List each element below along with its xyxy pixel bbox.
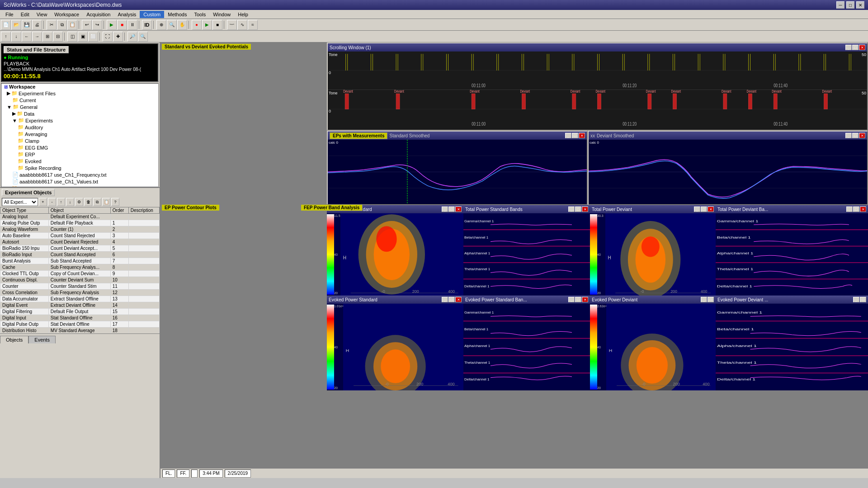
paste-btn[interactable]: 📋	[67, 20, 77, 30]
deviant-close[interactable]: ✕	[859, 133, 865, 138]
tps-min[interactable]: _	[442, 206, 448, 212]
tree-file2[interactable]: 📄aaabbbbb8617 use_Ch1_Values.txt	[1, 178, 158, 185]
table-row[interactable]: Analog Pulse OutpDefault File Playback1	[0, 220, 160, 226]
exp-add[interactable]: +	[39, 198, 47, 206]
ep-maximize[interactable]: □	[572, 133, 578, 138]
menu-file[interactable]: File	[2, 11, 17, 18]
tpd-min[interactable]: _	[694, 206, 700, 212]
tree-spike[interactable]: 📁Spike Recording	[1, 164, 158, 171]
tb2-8[interactable]: ▣	[78, 32, 88, 42]
wave2-btn[interactable]: ∿	[237, 20, 247, 30]
record-btn[interactable]: ●	[192, 20, 202, 30]
exp-paste[interactable]: 📋	[102, 198, 110, 206]
menu-tools[interactable]: Tools	[190, 11, 209, 18]
epd-max[interactable]: □	[708, 297, 714, 302]
table-row[interactable]: Distribution HistoMV Standard Average18	[0, 328, 160, 334]
run-btn[interactable]: ▶	[107, 20, 117, 30]
wave-btn[interactable]: 〰	[227, 20, 237, 30]
table-row[interactable]: Burst AnalysisSub Stand Accepted7	[0, 258, 160, 264]
tb2-4[interactable]: →	[32, 32, 42, 42]
exp-props[interactable]: ⚙	[75, 198, 83, 206]
table-row[interactable]: Continuous Displ.Counter Deviant Sum10	[0, 277, 160, 283]
menu-methods[interactable]: Methods	[164, 11, 190, 18]
cut-btn[interactable]: ✂	[47, 20, 57, 30]
tree-data[interactable]: ▶📁Data	[1, 110, 158, 117]
menu-custom[interactable]: Custom	[140, 11, 164, 18]
tb2-3[interactable]: ←	[22, 32, 32, 42]
table-row[interactable]: Auto BaselineCount Stand Rejected3	[0, 233, 160, 239]
tree-averaging[interactable]: 📁Averaging	[1, 131, 158, 137]
epd-min[interactable]: _	[701, 297, 707, 302]
tree-experiment-files[interactable]: ▶📁Experiment Files	[1, 90, 158, 97]
tb2-13[interactable]: 🔍	[138, 32, 148, 42]
zoom-btn[interactable]: 🔍	[167, 20, 177, 30]
play-btn[interactable]: ▶	[202, 20, 212, 30]
menu-acquisition[interactable]: Acquisition	[83, 11, 114, 18]
deviant-maximize[interactable]: □	[852, 133, 859, 138]
tpdb-max[interactable]: □	[853, 206, 859, 212]
epsb-min[interactable]: _	[568, 297, 575, 302]
tpdb-close[interactable]: ✕	[860, 206, 866, 212]
eps-max[interactable]: □	[448, 297, 455, 302]
col-desc[interactable]: Description	[128, 207, 159, 214]
col-object[interactable]: Object	[48, 207, 110, 214]
tree-eeg-emg[interactable]: 📁EEG EMG	[1, 144, 158, 151]
tpd-max[interactable]: □	[701, 206, 707, 212]
deviant-minimize[interactable]: _	[845, 133, 852, 138]
scrolling-minimize[interactable]: _	[845, 45, 852, 50]
epsb-max[interactable]: □	[575, 297, 581, 302]
tpsb-max[interactable]: □	[575, 206, 581, 212]
exp-up[interactable]: ↑	[57, 198, 65, 206]
tpdb-min[interactable]: _	[846, 206, 853, 212]
minimize-button[interactable]: ─	[836, 1, 844, 9]
file-tree[interactable]: 🖥 Workspace ▶📁Experiment Files 📁Current …	[1, 83, 159, 187]
exp-remove[interactable]: -	[48, 198, 56, 206]
ep-close[interactable]: ✕	[579, 133, 585, 138]
maximize-button[interactable]: □	[846, 1, 854, 9]
tb2-11[interactable]: ✚	[113, 32, 123, 42]
pan-btn[interactable]: ✋	[177, 20, 187, 30]
col-type[interactable]: Object Type	[0, 207, 49, 214]
stop2-btn[interactable]: ■	[212, 20, 222, 30]
menu-help[interactable]: Help	[234, 11, 252, 18]
table-row[interactable]: AutosortCount Deviant Rejected4	[0, 239, 160, 245]
id-btn[interactable]: ID	[142, 20, 152, 30]
tb2-10[interactable]: ⛶	[103, 32, 113, 42]
table-row[interactable]: Digital InputStat Standard Offline16	[0, 315, 160, 321]
tb2-6[interactable]: ⊟	[53, 32, 63, 42]
table-row[interactable]: BioRadio 150 InpuCount Deviant Accept...…	[0, 245, 160, 252]
tree-file1[interactable]: 📄aaabbbbb8617 use_Ch1_Frequency.txt	[1, 171, 158, 178]
epsb-close[interactable]: ✕	[582, 297, 588, 302]
table-row[interactable]: Analog WaveformCounter (1)2	[0, 226, 160, 233]
tree-workspace[interactable]: 🖥 Workspace	[1, 84, 158, 90]
table-row[interactable]: Data AccumulatorExtract Standard Offline…	[0, 296, 160, 302]
tree-erp[interactable]: 📁ERP	[1, 151, 158, 158]
tree-experiments[interactable]: ▼📁Experiments	[1, 117, 158, 124]
tps-max[interactable]: □	[448, 206, 455, 212]
epdb-min[interactable]: _	[853, 297, 859, 302]
tree-auditory[interactable]: 📁Auditory	[1, 124, 158, 131]
tree-system[interactable]: ▶📁System	[1, 185, 158, 187]
col-order[interactable]: Order	[110, 207, 128, 214]
stop-btn[interactable]: ■	[117, 20, 127, 30]
ep-minimize[interactable]: _	[565, 133, 571, 138]
new-btn[interactable]: 📄	[1, 20, 11, 30]
table-row[interactable]: Analog InputDefault Experiment Co...	[0, 214, 160, 220]
menu-window[interactable]: Window	[209, 11, 234, 18]
print-btn[interactable]: 🖨	[32, 20, 42, 30]
tree-general[interactable]: ▼📁General	[1, 103, 158, 110]
tpsb-close[interactable]: ✕	[582, 206, 588, 212]
table-row[interactable]: CounterCounter Standard Stim11	[0, 283, 160, 290]
tab-events[interactable]: Events	[28, 336, 56, 343]
table-row[interactable]: BioRadio InputCount Stand Accepted6	[0, 252, 160, 258]
scrolling-close[interactable]: ✕	[859, 45, 865, 50]
tree-clamp[interactable]: 📁Clamp	[1, 137, 158, 144]
tb2-7[interactable]: ◫	[67, 32, 77, 42]
menu-analysis[interactable]: Analysis	[114, 11, 140, 18]
tb2-9[interactable]: ⬜	[88, 32, 98, 42]
epdb-max[interactable]: □	[860, 297, 866, 302]
exp-copy[interactable]: ⧉	[93, 198, 101, 206]
redo-btn[interactable]: ↪	[92, 20, 102, 30]
close-button[interactable]: ✕	[856, 1, 864, 9]
table-row[interactable]: Digital EventExtract Deviant Offline14	[0, 302, 160, 309]
